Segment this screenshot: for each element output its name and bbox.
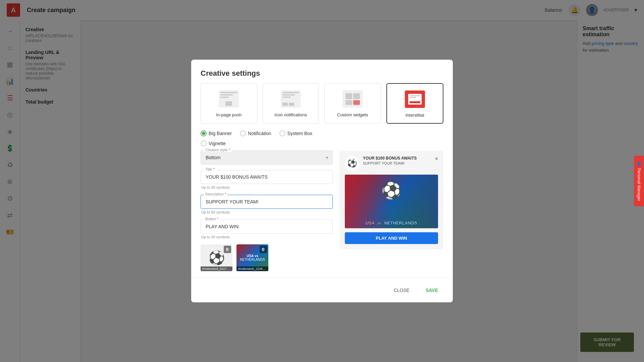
radio-big-banner-circle xyxy=(201,130,207,136)
thumbnail-flag-label: shutterstock_2228991353.jpg xyxy=(236,266,268,271)
title-field-label: Title xyxy=(204,167,216,171)
format-card-inpage[interactable]: In-page push xyxy=(201,83,257,124)
thumbnail-soccer-label: shutterstock_9417867... xyxy=(201,266,232,271)
description-field: Description Up to 60 symbols xyxy=(201,195,333,214)
radio-system-box[interactable]: System Box xyxy=(279,130,313,136)
personal-manager-tab[interactable]: 👤 Personal Manager xyxy=(634,156,644,206)
radio-system-box-label: System Box xyxy=(287,131,313,136)
preview-play-button[interactable]: PLAY AND WIN xyxy=(345,232,438,244)
format-card-widgets[interactable]: Custom widgets xyxy=(324,83,381,124)
creative-style-field: Creative style Bottom Top Center xyxy=(201,150,333,165)
radio-notification-circle xyxy=(240,130,246,136)
thumbnail-flag-delete[interactable]: 🗑 xyxy=(260,246,267,253)
inpage-label: In-page push xyxy=(206,112,252,117)
modal-scroll-area[interactable]: Creative settings In-page push xyxy=(191,60,453,278)
thumbnails-container: ⚽ 🗑 shutterstock_9417867... USA vs NETHE… xyxy=(201,244,333,271)
personal-manager-icon: 👤 xyxy=(637,161,641,166)
format-card-icon[interactable]: Icon notifications xyxy=(263,83,319,124)
modal-body: Creative style Bottom Top Center Title U… xyxy=(191,150,453,271)
preview-close-icon[interactable]: × xyxy=(435,156,438,162)
icon-notif-label: Icon notifications xyxy=(268,112,314,117)
thumbnail-soccer[interactable]: ⚽ 🗑 shutterstock_9417867... xyxy=(201,244,232,271)
modal-footer: CLOSE SAVE xyxy=(191,278,453,302)
preview-ball-icon: ⚽ xyxy=(345,156,360,171)
preview-flag-text: USA vs NETHERLANDS xyxy=(366,221,417,226)
title-input[interactable] xyxy=(201,170,333,184)
description-field-label: Description xyxy=(204,192,227,196)
preview-text-block: YOUR $100 BONUS AWAITS SUPPORT YOUR TEAM… xyxy=(363,156,432,165)
interstitial-label: Interstitial xyxy=(392,113,438,118)
preview-description: SUPPORT YOUR TEAM! xyxy=(363,161,432,165)
radio-notification[interactable]: Notification xyxy=(240,130,271,136)
description-hint: Up to 60 symbols xyxy=(201,210,333,214)
modal-form: Creative style Bottom Top Center Title U… xyxy=(201,150,333,271)
radio-big-banner-label: Big Banner xyxy=(209,131,232,136)
widgets-icon xyxy=(330,89,375,109)
format-card-interstitial[interactable]: Interstitial xyxy=(386,83,444,124)
personal-manager-label: Personal Manager xyxy=(637,168,641,201)
creative-settings-modal: Creative settings In-page push xyxy=(191,60,453,302)
thumbnail-soccer-delete[interactable]: 🗑 xyxy=(224,246,231,253)
radio-vignette[interactable]: Vignette xyxy=(201,140,226,146)
format-cards-container: In-page push Icon notifications xyxy=(191,83,453,130)
creative-style-label: Creative style xyxy=(204,148,231,152)
radio-vignette-circle xyxy=(201,140,207,146)
preview-header: ⚽ YOUR $100 BONUS AWAITS SUPPORT YOUR TE… xyxy=(345,156,438,171)
button-field: Button Up to 30 symbols xyxy=(201,220,333,239)
description-input[interactable] xyxy=(201,195,333,209)
radio-notification-label: Notification xyxy=(248,131,271,136)
preview-card: ⚽ YOUR $100 BONUS AWAITS SUPPORT YOUR TE… xyxy=(339,150,443,249)
preview-title: YOUR $100 BONUS AWAITS xyxy=(363,156,432,161)
icon-notif-icon xyxy=(268,89,314,109)
vs-text: vs xyxy=(377,221,381,225)
title-hint: Up to 30 symbols xyxy=(201,185,333,189)
thumbnail-flag[interactable]: USA vs NETHERLANDS 🗑 shutterstock_222899… xyxy=(236,244,268,271)
widgets-label: Custom widgets xyxy=(330,112,375,117)
interstitial-card-icon xyxy=(392,89,438,109)
creative-style-select[interactable]: Bottom Top Center xyxy=(201,150,333,165)
inpage-icon xyxy=(206,89,252,109)
close-button[interactable]: CLOSE xyxy=(388,285,415,296)
modal-title: Creative settings xyxy=(191,60,453,83)
radio-group-row1: Big Banner Notification System Box xyxy=(191,130,453,140)
radio-big-banner[interactable]: Big Banner xyxy=(201,130,232,136)
button-input[interactable] xyxy=(201,220,333,234)
flag-netherlands: NETHERLANDS xyxy=(384,221,417,226)
button-hint: Up to 30 symbols xyxy=(201,235,333,239)
title-field: Title Up to 30 symbols xyxy=(201,170,333,189)
modal-preview: ⚽ YOUR $100 BONUS AWAITS SUPPORT YOUR TE… xyxy=(339,150,443,271)
radio-vignette-label: Vignette xyxy=(209,141,226,146)
radio-system-box-circle xyxy=(279,130,285,136)
save-button[interactable]: SAVE xyxy=(420,285,443,296)
preview-image: ⚽ USA vs NETHERLANDS xyxy=(345,175,438,228)
flag-usa: USA xyxy=(366,221,375,226)
button-field-label: Button xyxy=(204,217,220,221)
